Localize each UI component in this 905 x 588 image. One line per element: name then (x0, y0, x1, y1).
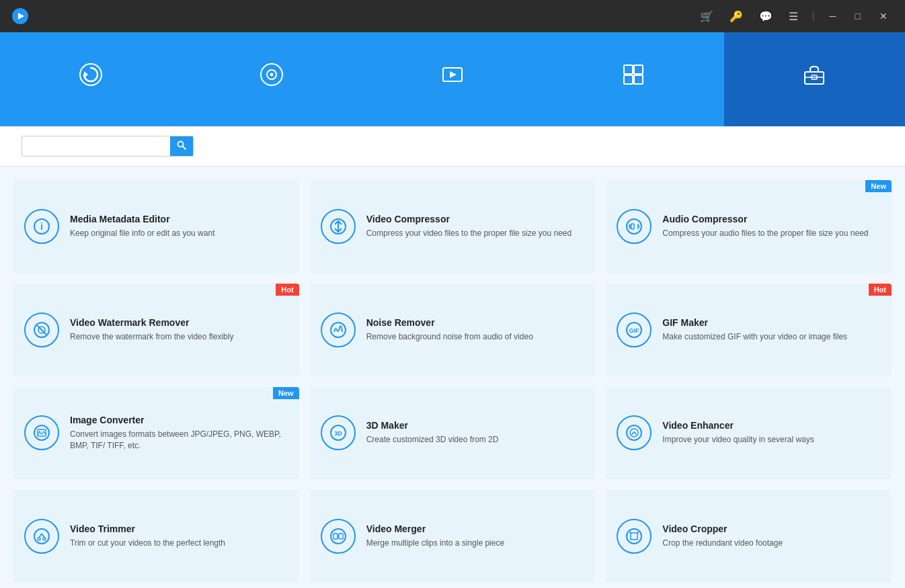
tool-card-video-merger[interactable]: Video MergerMerge multiple clips into a … (310, 490, 596, 583)
tool-title-video-watermark-remover: Video Watermark Remover (70, 317, 233, 328)
tool-title-video-trimmer: Video Trimmer (70, 523, 225, 534)
tool-desc-video-merger: Merge multiple clips into a single piece (366, 538, 504, 549)
svg-rect-13 (805, 72, 824, 84)
svg-rect-11 (624, 75, 633, 84)
svg-point-42 (34, 529, 49, 544)
svg-rect-10 (634, 65, 643, 74)
tool-text-video-cropper: Video CropperCrop the redundant video fo… (662, 523, 783, 549)
svg-text:3D: 3D (334, 430, 342, 437)
tool-text-media-metadata-editor: Media Metadata EditorKeep original file … (70, 214, 214, 239)
tool-icon-gif-maker: GIF (617, 312, 652, 347)
tool-text-3d-maker: 3D MakerCreate customized 3D video from … (366, 420, 499, 446)
svg-rect-49 (339, 534, 343, 539)
tool-desc-video-compressor: Compress your video files to the proper … (366, 228, 572, 239)
ripper-icon (260, 62, 284, 91)
tool-desc-gif-maker: Make customized GIF with your video or i… (662, 331, 847, 343)
tool-text-noise-remover: Noise RemoverRemove background noise fro… (366, 317, 533, 343)
tool-card-audio-compressor[interactable]: NewAudio CompressorCompress your audio f… (606, 180, 892, 273)
svg-point-6 (270, 73, 273, 76)
tool-text-video-enhancer: Video EnhancerImprove your video quality… (662, 420, 814, 446)
tool-card-media-metadata-editor[interactable]: iMedia Metadata EditorKeep original file… (13, 180, 299, 273)
tool-text-video-trimmer: Video TrimmerTrim or cut your videos to … (70, 523, 225, 549)
tool-title-3d-maker: 3D Maker (366, 420, 499, 431)
tool-icon-audio-compressor (617, 209, 652, 244)
search-input-wrap (22, 136, 194, 157)
tool-card-gif-maker[interactable]: HotGIFGIF MakerMake customized GIF with … (606, 284, 892, 376)
tool-icon-media-metadata-editor: i (24, 209, 59, 244)
close-button[interactable]: ✕ (873, 8, 894, 24)
svg-point-41 (630, 429, 638, 437)
tool-desc-video-cropper: Crop the redundant video footage (662, 538, 783, 549)
nav-mv[interactable] (362, 32, 543, 126)
search-button[interactable] (170, 136, 193, 156)
tool-icon-video-compressor (321, 209, 356, 244)
tool-card-video-trimmer[interactable]: Video TrimmerTrim or cut your videos to … (13, 490, 299, 583)
svg-text:GIF: GIF (629, 327, 640, 334)
menu-icon[interactable]: ☰ (783, 7, 803, 26)
svg-text:i: i (40, 221, 43, 232)
tool-card-video-watermark-remover[interactable]: HotVideo Watermark RemoverRemove the wat… (13, 284, 299, 376)
tool-desc-video-enhancer: Improve your video quality in several wa… (662, 434, 814, 446)
tool-card-3d-maker[interactable]: 3D3D MakerCreate customized 3D video fro… (310, 387, 596, 480)
svg-point-43 (38, 538, 40, 540)
tool-icon-video-trimmer (24, 519, 59, 554)
nav-ripper[interactable] (181, 32, 362, 126)
tool-card-video-cropper[interactable]: Video CropperCrop the redundant video fo… (606, 490, 892, 583)
tool-title-noise-remover: Noise Remover (366, 317, 533, 328)
chat-icon[interactable]: 💬 (754, 7, 778, 26)
tool-text-audio-compressor: Audio CompressorCompress your audio file… (662, 214, 868, 239)
tool-desc-image-converter: Convert images formats between JPG/JPEG,… (70, 429, 288, 452)
tool-title-gif-maker: GIF Maker (662, 317, 847, 328)
nav-collage[interactable] (543, 32, 724, 126)
cart-icon[interactable]: 🛒 (695, 7, 719, 26)
tool-title-video-compressor: Video Compressor (366, 214, 572, 224)
badge-gif-maker: Hot (869, 284, 892, 296)
collage-icon (621, 62, 645, 91)
svg-point-51 (627, 529, 641, 544)
nav-toolbox[interactable] (724, 32, 905, 126)
tool-desc-noise-remover: Remove background noise from audio of vi… (366, 331, 533, 343)
tool-desc-media-metadata-editor: Keep original file info or edit as you w… (70, 228, 214, 239)
tool-text-video-watermark-remover: Video Watermark RemoverRemove the waterm… (70, 317, 233, 343)
tool-text-video-merger: Video MergerMerge multiple clips into a … (366, 523, 504, 549)
tool-card-video-enhancer[interactable]: Video EnhancerImprove your video quality… (606, 387, 892, 480)
tool-card-image-converter[interactable]: NewImage ConverterConvert images formats… (13, 387, 299, 480)
badge-image-converter: New (273, 387, 299, 399)
svg-line-45 (39, 534, 42, 538)
svg-rect-12 (634, 75, 643, 84)
svg-rect-52 (631, 533, 637, 540)
key-icon[interactable]: 🔑 (724, 7, 748, 26)
tool-desc-video-trimmer: Trim or cut your videos to the perfect l… (70, 538, 225, 549)
app-logo (11, 7, 30, 26)
svg-rect-48 (333, 534, 338, 539)
svg-marker-3 (84, 71, 88, 78)
minimize-button[interactable]: ─ (823, 8, 843, 24)
content-area: iMedia Metadata EditorKeep original file… (0, 167, 905, 588)
title-bar-controls: 🛒 🔑 💬 ☰ | ─ □ ✕ (695, 7, 894, 26)
search-bar (0, 126, 905, 167)
nav-converter[interactable] (0, 32, 181, 126)
tool-icon-video-watermark-remover (24, 312, 59, 347)
tool-desc-audio-compressor: Compress your audio files to the proper … (662, 228, 868, 239)
tool-icon-3d-maker: 3D (321, 415, 356, 450)
tool-icon-video-merger (321, 519, 356, 554)
tool-icon-image-converter (24, 415, 59, 450)
tool-icon-noise-remover (321, 312, 356, 347)
title-bar: 🛒 🔑 💬 ☰ | ─ □ ✕ (0, 0, 905, 32)
tool-text-image-converter: Image ConverterConvert images formats be… (70, 415, 288, 452)
mv-icon (440, 62, 465, 91)
svg-point-32 (331, 323, 346, 337)
tool-card-video-compressor[interactable]: Video CompressorCompress your video file… (310, 180, 596, 273)
tool-title-video-cropper: Video Cropper (662, 523, 783, 534)
search-input[interactable] (22, 138, 170, 155)
svg-rect-9 (624, 65, 633, 74)
svg-rect-24 (631, 224, 634, 229)
nav-bar (0, 32, 905, 126)
tools-grid: iMedia Metadata EditorKeep original file… (0, 167, 905, 588)
toolbox-icon (802, 62, 826, 91)
maximize-button[interactable]: □ (849, 8, 867, 24)
tool-icon-video-cropper (617, 519, 652, 554)
tool-card-noise-remover[interactable]: Noise RemoverRemove background noise fro… (310, 284, 596, 376)
title-bar-left (11, 7, 36, 26)
svg-point-35 (34, 425, 49, 440)
